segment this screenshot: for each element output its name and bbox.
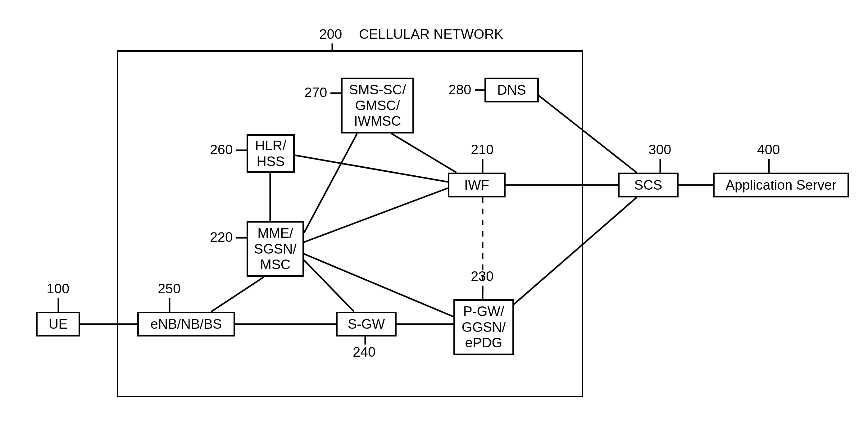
- sms-ref: 270: [304, 85, 327, 100]
- dns-box: DNS: [485, 77, 539, 102]
- title-text: CELLULAR NETWORK: [359, 27, 503, 42]
- sms-box: SMS-SC/ GMSC/ IWMSC: [341, 77, 414, 133]
- pgw-label: P-GW/ GGSN/ ePDG: [462, 304, 506, 351]
- sgw-ref: 240: [353, 344, 375, 360]
- hlr-label: HLR/ HSS: [255, 138, 286, 169]
- app-box: Application Server: [713, 173, 849, 197]
- iwf-ref: 210: [471, 142, 493, 157]
- title-ref: 200: [319, 27, 342, 42]
- dns-ref: 280: [448, 82, 471, 97]
- pgw-ref: 230: [471, 269, 493, 284]
- mme-ref: 220: [210, 230, 232, 244]
- iwf-label: IWF: [464, 177, 490, 193]
- hlr-box: HLR/ HSS: [247, 134, 295, 173]
- enb-ref: 250: [158, 281, 180, 296]
- ue-ref: 100: [46, 281, 69, 296]
- scs-label: SCS: [634, 177, 662, 193]
- ue-label: UE: [49, 316, 67, 332]
- ue-box: UE: [36, 312, 80, 336]
- dns-label: DNS: [497, 82, 526, 98]
- app-ref: 400: [757, 142, 780, 157]
- enb-box: eNB/NB/BS: [137, 312, 235, 336]
- iwf-box: IWF: [448, 173, 505, 197]
- enb-label: eNB/NB/BS: [151, 316, 222, 332]
- mme-box: MME/ SGSN/ MSC: [247, 221, 304, 277]
- pgw-box: P-GW/ GGSN/ ePDG: [454, 299, 514, 355]
- sms-label: SMS-SC/ GMSC/ IWMSC: [349, 82, 406, 129]
- sgw-label: S-GW: [348, 316, 385, 332]
- app-label: Application Server: [725, 177, 836, 193]
- sgw-box: S-GW: [336, 312, 397, 336]
- mme-label: MME/ SGSN/ MSC: [254, 225, 297, 272]
- scs-box: SCS: [618, 173, 679, 197]
- scs-ref: 300: [648, 142, 671, 157]
- hlr-ref: 260: [210, 142, 232, 157]
